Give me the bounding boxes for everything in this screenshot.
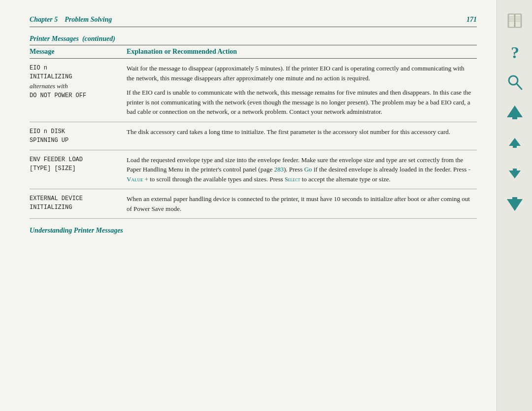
table-row: ENV FEEDER LOAD [TYPE] [SIZE] Load the r… — [30, 150, 477, 189]
table-row: EIO n DISK SPINNING UP The disk accessor… — [30, 122, 477, 150]
message-line: alternates with — [30, 81, 117, 91]
svg-rect-22 — [512, 197, 517, 199]
explanation-paragraph: Wait for the message to disappear (appro… — [127, 64, 473, 83]
message-line: ENV FEEDER LOAD — [30, 155, 117, 164]
table-row: EXTERNAL DEVICE INITIALIZING When an ext… — [30, 189, 477, 219]
section-subtitle: (continued) — [82, 35, 115, 42]
select-label: Select — [285, 176, 300, 183]
explanation-cell: The disk accessory card takes a long tim… — [121, 122, 477, 150]
svg-marker-17 — [509, 138, 521, 146]
section-name: Printer Messages — [30, 35, 79, 42]
arrow-down-large-icon[interactable] — [504, 193, 526, 215]
arrow-up-large-icon[interactable] — [504, 102, 526, 123]
svg-marker-19 — [509, 171, 521, 178]
explanation-paragraph: The disk accessory card takes a long tim… — [127, 127, 473, 137]
svg-rect-18 — [513, 146, 517, 148]
chapter-header: Chapter 5 Problem Solving 171 — [30, 16, 477, 27]
footer: Understanding Printer Messages — [30, 227, 477, 235]
svg-rect-20 — [513, 169, 517, 171]
explanation-cell: Wait for the message to disappear (appro… — [121, 59, 477, 122]
explanation-paragraph: If the EIO card is unable to communicate… — [127, 88, 473, 117]
chapter-title: Chapter 5 Problem Solving — [30, 16, 112, 24]
explanation-column-header: Explanation or Recommended Action — [127, 48, 237, 55]
sidebar: ? — [497, 0, 532, 411]
page-link[interactable]: 283 — [274, 166, 284, 173]
table-header-row: Message Explanation or Recommended Actio… — [30, 45, 477, 59]
message-line: EXTERNAL DEVICE — [30, 194, 117, 203]
message-cell: EXTERNAL DEVICE INITIALIZING — [30, 189, 121, 219]
message-column-header: Message — [30, 48, 55, 55]
svg-text:?: ? — [511, 43, 519, 60]
svg-marker-21 — [507, 199, 523, 211]
explanation-paragraph: Load the requested envelope type and siz… — [127, 155, 473, 184]
section-title: Printer Messages (continued) — [30, 35, 477, 43]
table-row: EIO n INITIALIZING alternates with DO NO… — [30, 59, 477, 122]
arrow-down-small-icon[interactable] — [504, 163, 526, 184]
svg-rect-16 — [512, 117, 517, 119]
svg-line-14 — [517, 84, 522, 89]
col-explanation-header: Explanation or Recommended Action — [121, 45, 477, 59]
svg-marker-15 — [507, 105, 523, 117]
message-cell: EIO n DISK SPINNING UP — [30, 122, 121, 150]
arrow-up-small-icon[interactable] — [504, 132, 526, 154]
svg-rect-2 — [515, 14, 521, 27]
footer-title: Understanding Printer Messages — [30, 227, 123, 234]
message-line: EIO n — [30, 64, 117, 72]
message-line: INITIALIZING — [30, 203, 117, 212]
col-message-header: Message — [30, 45, 121, 59]
search-icon[interactable] — [504, 71, 526, 93]
explanation-paragraph: When an external paper handling device i… — [127, 194, 473, 213]
message-cell: EIO n INITIALIZING alternates with DO NO… — [30, 59, 121, 122]
page-number: 171 — [466, 16, 477, 24]
book-icon[interactable] — [504, 10, 526, 32]
message-line: INITIALIZING — [30, 72, 117, 81]
chapter-label: Chapter 5 — [30, 16, 58, 23]
explanation-cell: When an external paper handling device i… — [121, 189, 477, 219]
chapter-topic: Problem Solving — [65, 16, 112, 23]
message-line: SPINNING UP — [30, 136, 117, 145]
question-mark-icon[interactable]: ? — [504, 40, 526, 62]
svg-rect-1 — [509, 14, 514, 27]
message-line: DO NOT POWER OFF — [30, 91, 117, 100]
message-line: [TYPE] [SIZE] — [30, 164, 117, 173]
message-cell: ENV FEEDER LOAD [TYPE] [SIZE] — [30, 150, 121, 189]
go-link[interactable]: Go — [304, 166, 312, 173]
content-table: Message Explanation or Recommended Actio… — [30, 45, 477, 219]
message-line: EIO n DISK — [30, 127, 117, 136]
explanation-cell: Load the requested envelope type and siz… — [121, 150, 477, 189]
